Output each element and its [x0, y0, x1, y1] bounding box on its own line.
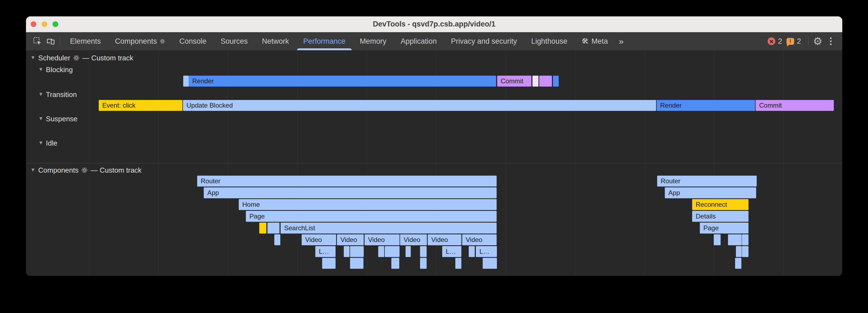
tab-application[interactable]: Application	[394, 32, 444, 50]
lane-label-text: Transition	[46, 91, 77, 99]
flame-bar-home[interactable]: Home	[239, 199, 497, 210]
flame-bar-label: Video	[302, 234, 322, 245]
flame-bar[interactable]	[553, 76, 559, 86]
flame-bar[interactable]	[322, 258, 336, 269]
flame-bar-label: Video	[365, 234, 385, 245]
flame-bar-router[interactable]: Router	[657, 176, 757, 186]
lane-label-text: Idle	[46, 139, 57, 147]
flame-bar[interactable]	[469, 246, 475, 257]
issues-count-icon[interactable]: !	[786, 38, 794, 45]
error-count-icon[interactable]	[768, 37, 775, 45]
flame-bar-searchlist[interactable]: SearchList	[281, 222, 497, 234]
flame-bar[interactable]	[391, 258, 399, 269]
toolbar-divider	[60, 36, 60, 46]
lane-label-text: Suspense	[46, 115, 78, 123]
flame-bar-update-blocked[interactable]: Update Blocked	[183, 100, 656, 111]
flame-bar-video[interactable]: Video	[365, 234, 400, 245]
tab-sources[interactable]: Sources	[214, 32, 255, 50]
issues-count[interactable]: 2	[797, 37, 801, 46]
disclosure-triangle-icon[interactable]: ▼	[38, 66, 43, 72]
device-toolbar-icon[interactable]	[44, 35, 57, 48]
flame-bar[interactable]	[735, 258, 741, 269]
flame-bar-video[interactable]: Video	[428, 234, 461, 245]
kebab-menu-icon[interactable]	[824, 35, 837, 48]
disclosure-triangle-icon[interactable]: ▼	[38, 115, 43, 121]
error-count[interactable]: 2	[778, 37, 782, 46]
flame-bar-app[interactable]: App	[665, 187, 756, 198]
flame-bar-router[interactable]: Router	[197, 176, 497, 186]
flame-bar[interactable]	[344, 246, 349, 257]
flame-bar[interactable]	[455, 258, 461, 269]
flame-bar[interactable]	[274, 234, 280, 245]
flame-bar-video[interactable]: Video	[302, 234, 336, 245]
disclosure-triangle-icon[interactable]: ▼	[30, 55, 36, 61]
lane-label-transition[interactable]: ▼Transition	[38, 90, 77, 99]
components-track-header[interactable]: ▼ Components — Custom track	[30, 166, 142, 175]
tab-lighthouse[interactable]: Lighthouse	[524, 32, 575, 50]
flame-bar[interactable]	[420, 258, 427, 269]
flame-bar[interactable]	[183, 76, 189, 86]
flame-bar-l[interactable]: L…	[315, 246, 336, 257]
flame-bar[interactable]	[259, 222, 266, 234]
zoom-window-button[interactable]	[53, 21, 58, 27]
flame-bar[interactable]	[742, 234, 748, 245]
scheduler-track-header[interactable]: ▼ Scheduler — Custom track	[30, 54, 133, 62]
tab-label: Network	[262, 37, 289, 46]
tab-privacy-and-security[interactable]: Privacy and security	[444, 32, 524, 50]
tab-console[interactable]: Console	[172, 32, 214, 50]
settings-gear-icon[interactable]: ⚙	[811, 35, 824, 48]
flame-bar-details[interactable]: Details	[692, 211, 748, 222]
disclosure-triangle-icon[interactable]: ▼	[38, 140, 43, 146]
flame-bar[interactable]	[378, 246, 384, 257]
disclosure-triangle-icon[interactable]: ▼	[30, 167, 36, 173]
minimize-window-button[interactable]	[41, 21, 47, 27]
flame-bar[interactable]	[385, 246, 400, 257]
flame-bar-event-click[interactable]: Event: click	[99, 100, 182, 111]
flame-bar-label: App	[665, 187, 680, 198]
close-window-button[interactable]	[31, 21, 36, 27]
flame-bar-render[interactable]: Render	[657, 100, 755, 111]
toolbar-divider	[808, 36, 808, 46]
flame-bar-l[interactable]: L…	[476, 246, 497, 257]
tab-memory[interactable]: Memory	[352, 32, 394, 50]
flame-bar-render[interactable]: Render	[189, 76, 496, 86]
track-suffix: — Custom track	[82, 54, 133, 62]
flame-bar-video[interactable]: Video	[462, 234, 497, 245]
flame-bar-commit[interactable]: Commit	[755, 100, 834, 111]
flame-bar-page[interactable]: Page	[246, 211, 497, 222]
flame-bar-label: L…	[315, 246, 329, 257]
flame-bar[interactable]	[350, 246, 364, 257]
flame-bar[interactable]	[728, 234, 742, 245]
disclosure-triangle-icon[interactable]: ▼	[38, 91, 43, 97]
flame-bar[interactable]	[736, 246, 742, 257]
lane-label-suspense[interactable]: ▼Suspense	[38, 114, 78, 123]
tab-components[interactable]: Components	[108, 32, 172, 50]
flame-bar[interactable]	[532, 76, 538, 86]
flame-bar[interactable]	[268, 222, 279, 234]
flame-bar[interactable]	[483, 258, 497, 269]
flame-bar[interactable]	[714, 234, 721, 245]
tab-network[interactable]: Network	[255, 32, 296, 50]
flame-bar-reconnect[interactable]: Reconnect	[692, 199, 748, 210]
flame-bar[interactable]	[350, 258, 364, 269]
flame-bar[interactable]	[742, 246, 748, 257]
flame-bar-label: Reconnect	[692, 199, 727, 210]
flame-bar-video[interactable]: Video	[337, 234, 364, 245]
inspect-element-icon[interactable]	[31, 35, 44, 48]
lane-label-idle[interactable]: ▼Idle	[38, 139, 57, 147]
flame-bar[interactable]	[420, 246, 427, 257]
flame-bar-l[interactable]: L…	[442, 246, 461, 257]
flame-bar-label: SearchList	[281, 222, 315, 234]
flame-bar-label: Update Blocked	[183, 100, 233, 111]
more-tabs-button[interactable]: »	[615, 32, 628, 50]
flame-bar-commit[interactable]: Commit	[497, 76, 531, 86]
flame-bar[interactable]	[406, 246, 411, 257]
flame-bar-video[interactable]: Video	[400, 234, 427, 245]
tab-meta[interactable]: 🛠Meta	[575, 32, 615, 50]
flame-bar[interactable]	[539, 76, 552, 86]
lane-label-blocking[interactable]: ▼Blocking	[38, 65, 73, 74]
tab-elements[interactable]: Elements	[63, 32, 108, 50]
tab-performance[interactable]: Performance	[296, 32, 353, 50]
flame-bar-app[interactable]: App	[204, 187, 497, 198]
flame-bar-page[interactable]: Page	[700, 222, 748, 234]
